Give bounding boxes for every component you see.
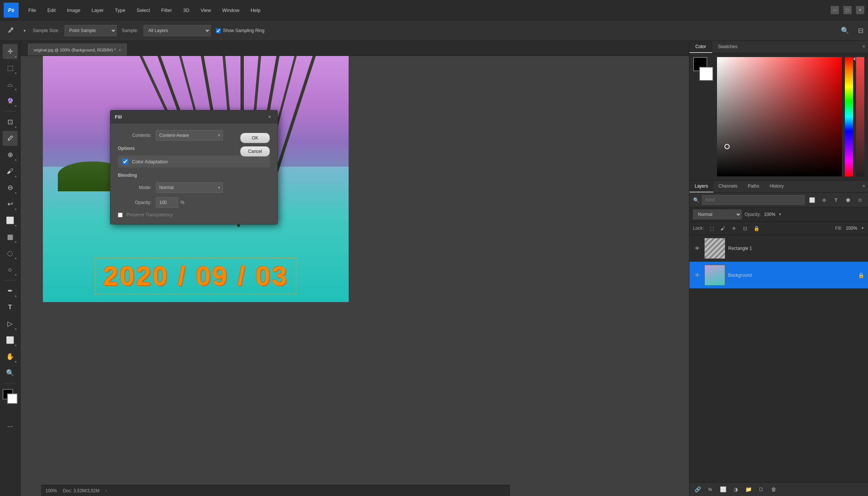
shape-tool[interactable]: ⬜▸ bbox=[3, 333, 18, 348]
layer-visibility-background[interactable]: 👁 bbox=[693, 271, 701, 279]
menu-help[interactable]: Help bbox=[248, 6, 263, 15]
menu-window[interactable]: Window bbox=[220, 6, 242, 15]
layer-thumb-bg-content bbox=[705, 265, 725, 286]
selection-tool[interactable]: ⬚▸ bbox=[3, 60, 18, 75]
panel-expand-icon[interactable]: ≡ bbox=[860, 41, 868, 53]
color-adaptation-checkbox[interactable] bbox=[122, 158, 128, 164]
minimize-button[interactable]: ─ bbox=[831, 6, 839, 14]
contents-select[interactable]: Content-Aware Foreground Color Backgroun… bbox=[156, 130, 223, 141]
tab-swatches[interactable]: Swatches bbox=[712, 41, 743, 53]
more-tools[interactable]: ··· bbox=[3, 419, 18, 434]
status-arrow[interactable]: › bbox=[106, 489, 107, 493]
preserve-transparency-checkbox[interactable] bbox=[118, 213, 123, 217]
hue-bar[interactable] bbox=[845, 57, 853, 176]
layer-filter-adjustment[interactable]: ⊕ bbox=[820, 195, 828, 204]
menu-3d[interactable]: 3D bbox=[181, 6, 192, 15]
layer-visibility-rectangle1[interactable]: 👁 bbox=[693, 244, 701, 252]
tab-paths[interactable]: Paths bbox=[743, 180, 765, 192]
lock-artboard-icon[interactable]: ⊡ bbox=[741, 224, 749, 232]
lock-paint-icon[interactable]: 🖌 bbox=[719, 224, 727, 232]
hand-tool[interactable]: ✋▸ bbox=[3, 349, 18, 364]
layer-filter-smart[interactable]: ⊙ bbox=[855, 195, 864, 204]
cancel-button[interactable]: Cancel bbox=[240, 146, 270, 157]
blur-tool[interactable]: ◌▸ bbox=[3, 246, 18, 261]
mode-select[interactable]: Normal Dissolve Multiply bbox=[156, 182, 223, 193]
tab-layers[interactable]: Layers bbox=[689, 180, 713, 192]
maximize-button[interactable]: □ bbox=[843, 6, 852, 14]
tab-close-icon[interactable]: × bbox=[119, 48, 121, 52]
layer-item-background[interactable]: 👁 Background 🔒 bbox=[689, 262, 868, 289]
sample-label: Sample: bbox=[122, 28, 138, 33]
fill-arrow[interactable]: ▼ bbox=[861, 226, 864, 230]
new-group-icon[interactable]: 📁 bbox=[744, 485, 753, 494]
main-layout: ✛▸ ⬚▸ ⌓▸ 🔮▸ ⊡▸ ▸⊕ 🖌▸ ⊖▸ ↩▸ ⬜▸ ▦▸ ◌▸ ○▸ ✒… bbox=[0, 41, 868, 496]
brush-tool[interactable]: 🖌▸ bbox=[3, 164, 18, 179]
layer-filter-pixel[interactable]: ⬜ bbox=[808, 195, 817, 204]
blend-mode-select[interactable]: Normal bbox=[693, 210, 742, 219]
dialog-close-button[interactable]: × bbox=[266, 113, 273, 120]
sample-size-wrapper: Point Sample 3 by 3 Average bbox=[65, 25, 117, 36]
menu-view[interactable]: View bbox=[198, 6, 213, 15]
opacity-arrow-layers[interactable]: ▼ bbox=[779, 213, 782, 216]
color-swatch-area bbox=[3, 389, 18, 404]
lasso-tool[interactable]: ⌓▸ bbox=[3, 77, 18, 92]
delete-layer-icon[interactable]: 🗑 bbox=[769, 485, 778, 494]
dodge-tool[interactable]: ○▸ bbox=[3, 262, 18, 277]
mode-label: Mode: bbox=[118, 185, 151, 190]
layer-filter-type[interactable]: T bbox=[831, 195, 840, 204]
new-adjustment-icon[interactable]: ◑ bbox=[731, 485, 740, 494]
menu-image[interactable]: Image bbox=[65, 6, 82, 15]
pen-tool[interactable]: ✒▸ bbox=[3, 283, 18, 298]
menu-select[interactable]: Select bbox=[134, 6, 152, 15]
close-button[interactable]: × bbox=[856, 6, 864, 14]
layers-kind-input[interactable] bbox=[702, 195, 805, 205]
eyedropper-tool[interactable] bbox=[3, 131, 18, 146]
layers-panel-expand[interactable]: ≡ bbox=[860, 180, 868, 192]
alpha-bar[interactable] bbox=[856, 57, 864, 176]
document-tab[interactable]: original.jpg @ 100% (Background, RGB/8#)… bbox=[28, 44, 127, 56]
eyedropper-icon[interactable] bbox=[4, 25, 16, 37]
menu-type[interactable]: Type bbox=[113, 6, 128, 15]
tab-history[interactable]: History bbox=[764, 180, 789, 192]
menu-edit[interactable]: Edit bbox=[45, 6, 58, 15]
menu-file[interactable]: File bbox=[26, 6, 38, 15]
healing-tool[interactable]: ▸⊕ bbox=[3, 147, 18, 162]
new-layer-icon[interactable]: 🗋 bbox=[757, 485, 765, 494]
quick-select-tool[interactable]: 🔮▸ bbox=[3, 93, 18, 108]
contents-row: Contents: Content-Aware Foreground Color… bbox=[118, 130, 270, 141]
tab-color[interactable]: Color bbox=[689, 41, 712, 53]
path-select-tool[interactable]: ▷▸ bbox=[3, 316, 18, 331]
sample-size-select[interactable]: Point Sample 3 by 3 Average bbox=[65, 25, 117, 36]
crop-tool[interactable]: ⊡▸ bbox=[3, 114, 18, 129]
search-icon[interactable]: 🔍 bbox=[837, 26, 853, 35]
lock-position-icon[interactable]: ✛ bbox=[730, 224, 738, 232]
text-tool[interactable]: T bbox=[3, 300, 18, 315]
lock-all-icon[interactable]: 🔒 bbox=[752, 224, 761, 232]
tab-bar: original.jpg @ 100% (Background, RGB/8#)… bbox=[21, 41, 689, 56]
background-swatch[interactable] bbox=[699, 67, 713, 81]
layer-filter-shape[interactable]: ⬟ bbox=[843, 195, 852, 204]
add-mask-icon[interactable]: ⬜ bbox=[718, 485, 727, 494]
eraser-tool[interactable]: ⬜▸ bbox=[3, 213, 18, 228]
tab-channels[interactable]: Channels bbox=[713, 180, 743, 192]
move-tool[interactable]: ✛▸ bbox=[3, 44, 18, 59]
menu-filter[interactable]: Filter bbox=[159, 6, 174, 15]
sample-value-select[interactable]: All Layers Current Layer bbox=[144, 25, 211, 36]
zoom-tool[interactable]: 🔍 bbox=[3, 365, 18, 380]
tool-dropdown-arrow[interactable]: ▼ bbox=[22, 25, 28, 37]
sampling-ring-area: Show Sampling Ring bbox=[216, 28, 264, 33]
ok-button[interactable]: OK bbox=[240, 133, 270, 143]
gradient-tool[interactable]: ▦▸ bbox=[3, 229, 18, 244]
opacity-input[interactable] bbox=[156, 197, 178, 208]
color-gradient-box[interactable] bbox=[717, 57, 842, 176]
link-layers-icon[interactable]: 🔗 bbox=[693, 485, 702, 494]
history-brush-tool[interactable]: ↩▸ bbox=[3, 197, 18, 211]
menu-layer[interactable]: Layer bbox=[89, 6, 106, 15]
clone-stamp-tool[interactable]: ⊖▸ bbox=[3, 180, 18, 195]
fx-icon[interactable]: fx bbox=[706, 485, 715, 494]
sampling-ring-checkbox[interactable] bbox=[216, 28, 221, 33]
lock-pixels-icon[interactable]: ⬚ bbox=[708, 224, 716, 232]
layout-icon[interactable]: ⊟ bbox=[858, 26, 864, 35]
background-color[interactable] bbox=[7, 393, 18, 404]
layer-item-rectangle1[interactable]: 👁 Rectangle 1 bbox=[689, 235, 868, 262]
